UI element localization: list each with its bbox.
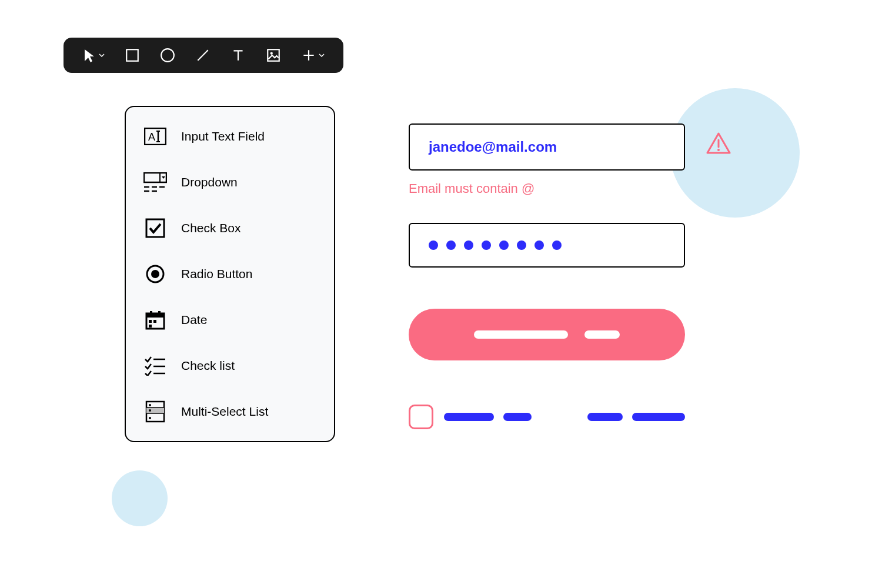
line-tool[interactable] — [195, 48, 211, 63]
placeholder-bar — [584, 330, 620, 339]
form-preview: janedoe@mail.com Email must contain @ — [409, 123, 685, 429]
svg-rect-26 — [149, 325, 152, 328]
svg-rect-17 — [146, 219, 164, 237]
plus-icon — [301, 48, 316, 63]
text-tool[interactable] — [230, 48, 246, 63]
email-error-message: Email must contain @ — [409, 181, 685, 196]
svg-point-32 — [149, 404, 151, 406]
password-dot — [552, 240, 562, 250]
svg-point-1 — [161, 49, 174, 62]
chevron-down-icon — [319, 52, 325, 58]
rectangle-icon — [125, 48, 140, 63]
palette-item-checklist[interactable]: Check list — [143, 354, 318, 377]
text-input-icon: A — [143, 125, 167, 148]
multiselect-icon — [143, 400, 167, 423]
palette-item-date[interactable]: Date — [143, 308, 318, 332]
palette-item-label: Radio Button — [181, 267, 252, 281]
password-dot — [517, 240, 526, 250]
calendar-icon — [143, 308, 167, 332]
password-dot — [534, 240, 544, 250]
chevron-down-icon — [99, 52, 105, 58]
password-field[interactable] — [409, 223, 685, 268]
add-tool[interactable] — [301, 48, 325, 63]
palette-item-radio[interactable]: Radio Button — [143, 262, 318, 286]
svg-point-4 — [270, 52, 273, 55]
placeholder-bar — [474, 330, 568, 339]
palette-item-input-text[interactable]: A Input Text Field — [143, 125, 318, 148]
image-icon — [266, 48, 281, 63]
placeholder-text — [444, 413, 532, 421]
svg-rect-25 — [153, 320, 156, 323]
password-dot — [482, 240, 491, 250]
circle-tool[interactable] — [160, 48, 175, 63]
svg-rect-21 — [146, 313, 164, 318]
password-dot — [464, 240, 473, 250]
text-icon — [230, 48, 246, 63]
svg-point-38 — [717, 149, 720, 151]
line-icon — [195, 48, 211, 63]
placeholder-bar — [503, 413, 532, 421]
palette-item-label: Input Text Field — [181, 129, 265, 143]
warning-icon — [706, 132, 731, 158]
image-tool[interactable] — [266, 48, 281, 63]
placeholder-bar — [587, 413, 623, 421]
email-field[interactable]: janedoe@mail.com — [409, 123, 685, 171]
svg-point-33 — [149, 409, 151, 412]
palette-item-label: Date — [181, 313, 207, 327]
svg-point-19 — [151, 270, 159, 278]
palette-item-multiselect[interactable]: Multi-Select List — [143, 400, 318, 423]
svg-text:A: A — [148, 131, 155, 143]
palette-item-label: Dropdown — [181, 175, 238, 189]
circle-icon — [160, 48, 175, 63]
svg-rect-23 — [158, 311, 161, 315]
element-palette: A Input Text Field Dropdown Check Box Ra… — [125, 106, 335, 442]
password-dot — [429, 240, 438, 250]
palette-item-dropdown[interactable]: Dropdown — [143, 171, 318, 194]
svg-rect-3 — [268, 49, 279, 61]
placeholder-bar — [632, 413, 685, 421]
checkbox-row — [409, 405, 685, 429]
checkbox-input[interactable] — [409, 405, 433, 429]
decorative-circle-small — [112, 470, 168, 526]
password-dot — [446, 240, 456, 250]
decorative-circle-large — [670, 88, 800, 218]
radio-icon — [143, 262, 167, 286]
svg-point-34 — [149, 417, 151, 419]
svg-rect-0 — [126, 49, 138, 61]
palette-item-label: Multi-Select List — [181, 405, 268, 419]
submit-button[interactable] — [409, 309, 685, 360]
svg-rect-24 — [149, 320, 152, 323]
cursor-icon — [82, 48, 96, 62]
rectangle-tool[interactable] — [125, 48, 140, 63]
palette-item-checkbox[interactable]: Check Box — [143, 216, 318, 240]
placeholder-bar — [444, 413, 494, 421]
dropdown-icon — [143, 171, 167, 194]
svg-rect-22 — [150, 311, 152, 315]
palette-item-label: Check list — [181, 359, 235, 373]
checkbox-icon — [143, 216, 167, 240]
password-dot — [499, 240, 509, 250]
svg-line-2 — [198, 50, 208, 60]
placeholder-link[interactable] — [587, 413, 685, 421]
palette-item-label: Check Box — [181, 221, 241, 235]
tool-toolbar — [64, 38, 343, 73]
cursor-tool[interactable] — [82, 48, 105, 62]
checklist-icon — [143, 354, 167, 377]
